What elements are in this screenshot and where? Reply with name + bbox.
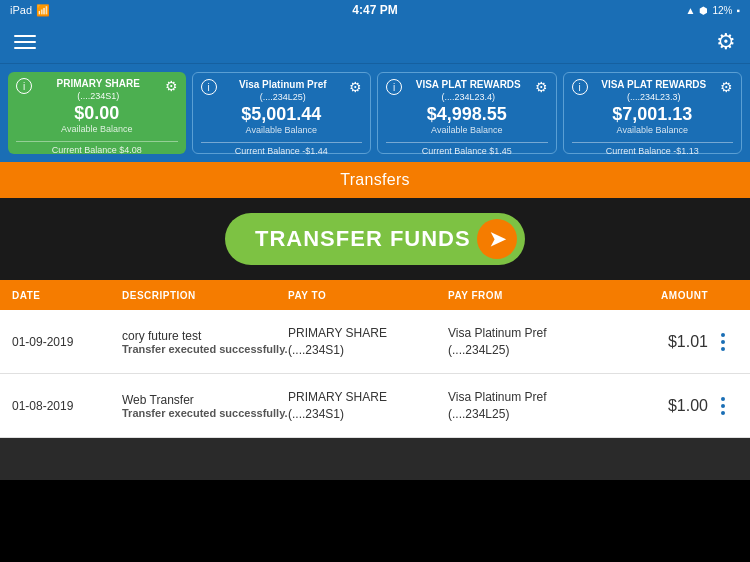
row-2-amount: $1.00 xyxy=(608,397,708,415)
transfers-title: Transfers xyxy=(340,171,410,189)
cards-container: i PRIMARY SHARE (....234S1) ⚙ $0.00 Avai… xyxy=(0,64,750,162)
bottom-area xyxy=(0,438,750,480)
card-2-balance-label: Available Balance xyxy=(201,125,363,135)
row-1-amount: $1.01 xyxy=(608,333,708,351)
table-row: 01-08-2019 Web Transfer Transfer execute… xyxy=(0,374,750,438)
card-4-header: i VISA PLAT REWARDS (....234L23.3) ⚙ xyxy=(572,79,734,103)
card-4-title: VISA PLAT REWARDS (....234L23.3) xyxy=(588,79,721,103)
row-1-menu-button[interactable] xyxy=(708,329,738,355)
card-2-balance: $5,001.44 xyxy=(201,105,363,125)
card-2-current-balance: Current Balance -$1.44 xyxy=(201,146,363,156)
row-1-description: cory future test Transfer executed succe… xyxy=(122,329,288,355)
settings-button[interactable]: ⚙ xyxy=(716,29,736,55)
battery-label: 12% xyxy=(712,5,732,16)
col-header-payfrom: PAY FROM xyxy=(448,290,608,301)
table-header: DATE DESCRIPTION PAY TO PAY FROM AMOUNT xyxy=(0,280,750,310)
card-3-balance-label: Available Balance xyxy=(386,125,548,135)
account-card-2: i Visa Platinum Pref (....234L25) ⚙ $5,0… xyxy=(192,72,372,154)
row-1-date: 01-09-2019 xyxy=(12,335,122,349)
table-row: 01-09-2019 cory future test Transfer exe… xyxy=(0,310,750,374)
col-header-amount: AMOUNT xyxy=(608,290,708,301)
card-4-balance-label: Available Balance xyxy=(572,125,734,135)
row-1-payfrom: Visa Platinum Pref (....234L25) xyxy=(448,325,608,359)
status-left: iPad 📶 xyxy=(10,4,50,17)
card-1-info-icon[interactable]: i xyxy=(16,78,32,94)
transfer-funds-arrow-icon: ➤ xyxy=(477,219,517,259)
row-2-menu-button[interactable] xyxy=(708,393,738,419)
card-2-header: i Visa Platinum Pref (....234L25) ⚙ xyxy=(201,79,363,103)
signal-icon: ▲ xyxy=(686,5,696,16)
transfers-section-header: Transfers xyxy=(0,162,750,198)
row-2-payfrom: Visa Platinum Pref (....234L25) xyxy=(448,389,608,423)
col-header-date: DATE xyxy=(12,290,122,301)
device-label: iPad xyxy=(10,4,32,16)
card-3-balance: $4,998.55 xyxy=(386,105,548,125)
account-card-1: i PRIMARY SHARE (....234S1) ⚙ $0.00 Avai… xyxy=(8,72,186,154)
card-3-info-icon[interactable]: i xyxy=(386,79,402,95)
card-2-title: Visa Platinum Pref (....234L25) xyxy=(217,79,350,103)
card-3-current-balance: Current Balance $1.45 xyxy=(386,146,548,156)
nav-bar: ⚙ xyxy=(0,20,750,64)
card-4-balance: $7,001.13 xyxy=(572,105,734,125)
card-3-header: i VISA PLAT REWARDS (....234L23.4) ⚙ xyxy=(386,79,548,103)
status-time: 4:47 PM xyxy=(352,3,397,17)
status-bar: iPad 📶 4:47 PM ▲ ⬢ 12% ▪ xyxy=(0,0,750,20)
hamburger-line-3 xyxy=(14,47,36,49)
card-1-current-balance: Current Balance $4.08 xyxy=(16,145,178,155)
card-1-title: PRIMARY SHARE (....234S1) xyxy=(32,78,165,102)
col-header-payto: PAY TO xyxy=(288,290,448,301)
card-4-gear-icon[interactable]: ⚙ xyxy=(720,79,733,95)
card-3-title: VISA PLAT REWARDS (....234L23.4) xyxy=(402,79,535,103)
row-2-description: Web Transfer Transfer executed successfu… xyxy=(122,393,288,419)
row-2-payto: PRIMARY SHARE (....234S1) xyxy=(288,389,448,423)
card-3-gear-icon[interactable]: ⚙ xyxy=(535,79,548,95)
hamburger-line-2 xyxy=(14,41,36,43)
wifi-icon: 📶 xyxy=(36,4,50,17)
card-1-balance: $0.00 xyxy=(16,104,178,124)
row-2-date: 01-08-2019 xyxy=(12,399,122,413)
card-1-header: i PRIMARY SHARE (....234S1) ⚙ xyxy=(16,78,178,102)
status-right: ▲ ⬢ 12% ▪ xyxy=(686,5,740,16)
card-2-gear-icon[interactable]: ⚙ xyxy=(349,79,362,95)
transfer-funds-button[interactable]: TRANSFER FUNDS ➤ xyxy=(225,213,525,265)
hamburger-line-1 xyxy=(14,35,36,37)
card-4-current-balance: Current Balance -$1.13 xyxy=(572,146,734,156)
transfer-button-area: TRANSFER FUNDS ➤ xyxy=(0,198,750,280)
account-card-4: i VISA PLAT REWARDS (....234L23.3) ⚙ $7,… xyxy=(563,72,743,154)
transfer-funds-label: TRANSFER FUNDS xyxy=(255,226,471,252)
card-1-gear-icon[interactable]: ⚙ xyxy=(165,78,178,94)
menu-button[interactable] xyxy=(14,35,36,49)
card-4-info-icon[interactable]: i xyxy=(572,79,588,95)
card-1-balance-label: Available Balance xyxy=(16,124,178,134)
battery-icon: ▪ xyxy=(736,5,740,16)
col-header-description: DESCRIPTION xyxy=(122,290,288,301)
transactions-table: 01-09-2019 cory future test Transfer exe… xyxy=(0,310,750,438)
account-card-3: i VISA PLAT REWARDS (....234L23.4) ⚙ $4,… xyxy=(377,72,557,154)
bluetooth-icon: ⬢ xyxy=(699,5,708,16)
card-2-info-icon[interactable]: i xyxy=(201,79,217,95)
row-1-payto: PRIMARY SHARE (....234S1) xyxy=(288,325,448,359)
